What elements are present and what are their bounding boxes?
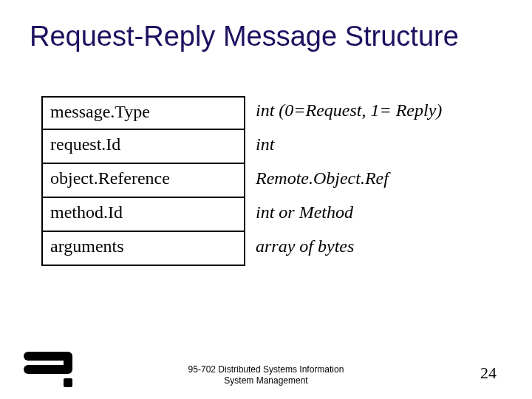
footer-text: 95-702 Distributed Systems Information S… [0,364,532,386]
field-type: int or Method [245,198,499,232]
field-name: method.Id [41,198,245,232]
table-row: arguments array of bytes [41,232,499,266]
field-name: message.Type [41,96,245,130]
table-row: message.Type int (0=Request, 1= Reply) [41,96,499,130]
table-row: object.Reference Remote.Object.Ref [41,164,499,198]
page-number: 24 [480,364,497,383]
message-structure-table: message.Type int (0=Request, 1= Reply) r… [41,96,499,266]
field-type: int [245,130,499,164]
field-name: object.Reference [41,164,245,198]
footer-line-2: System Management [224,375,307,386]
slide-title: Request-Reply Message Structure [30,21,510,52]
table-row: method.Id int or Method [41,198,499,232]
field-name: request.Id [41,130,245,164]
table-row: request.Id int [41,130,499,164]
field-type: int (0=Request, 1= Reply) [245,96,499,130]
field-type: array of bytes [245,232,499,266]
slide: Request-Reply Message Structure message.… [0,0,532,399]
footer-line-1: 95-702 Distributed Systems Information [188,364,344,375]
field-name: arguments [41,232,245,266]
field-type: Remote.Object.Ref [245,164,499,198]
